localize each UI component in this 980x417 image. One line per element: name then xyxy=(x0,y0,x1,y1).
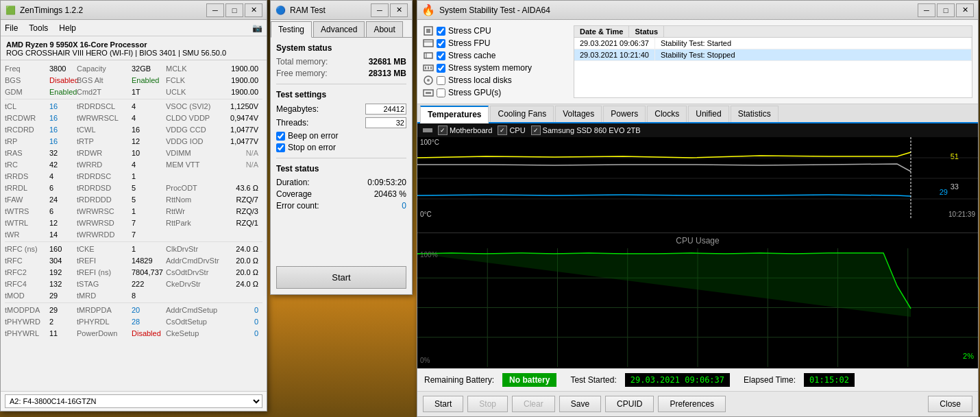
zen-profile-select[interactable]: A2: F4-3800C14-16GTZN xyxy=(5,394,262,408)
test-status-title: Test status xyxy=(276,164,406,174)
ram-title-bar[interactable]: 🔵 RAM Test ─ ✕ xyxy=(271,1,412,20)
stress-cache-checkbox[interactable] xyxy=(437,51,445,60)
aida-preferences-btn[interactable]: Preferences xyxy=(658,396,726,412)
coverage-row: Coverage 20463 % xyxy=(276,189,406,199)
aida-minimize-btn[interactable]: ─ xyxy=(918,3,935,17)
aida64-window: 🔥 System Stability Test - AIDA64 ─ □ ✕ S… xyxy=(417,0,979,417)
tab-powers[interactable]: Powers xyxy=(603,106,646,122)
temp-chart-svg xyxy=(417,137,978,219)
zen-timings-window: 🟩 ZenTimings 1.2.2 ─ □ ✕ File Tools Help… xyxy=(0,0,267,412)
stress-gpu-row: Stress GPU(s) xyxy=(423,87,560,98)
stress-memory-row: Stress system memory xyxy=(423,62,560,73)
table-row: tRRDL 6 tRDRDSD 5 ProcODT 43.6 Ω xyxy=(5,182,262,193)
tab-clocks[interactable]: Clocks xyxy=(647,106,687,122)
svg-rect-4 xyxy=(424,53,432,58)
test-started-label: Test Started: xyxy=(570,375,616,385)
table-row: tRFC4 132 tSTAG 222 CkeDrvStr 24.0 Ω xyxy=(5,278,262,289)
stress-gpu-checkbox[interactable] xyxy=(437,88,445,97)
tab-cooling-fans[interactable]: Cooling Fans xyxy=(490,106,554,122)
cpu-y-max: 100% xyxy=(420,251,438,259)
ram-start-button[interactable]: Start xyxy=(276,266,406,289)
zen-title-bar[interactable]: 🟩 ZenTimings 1.2.2 ─ □ ✕ xyxy=(1,1,267,20)
log-row-2[interactable]: 29.03.2021 10:21:40 Stability Test: Stop… xyxy=(574,49,972,61)
log-header: Date & Time Status xyxy=(574,26,972,38)
threads-row: Threads: xyxy=(276,117,406,128)
aida-cpuid-btn[interactable]: CPUID xyxy=(605,396,654,412)
cpu-icon xyxy=(423,25,434,36)
test-started-value: 29.03.2021 09:06:37 xyxy=(625,373,730,387)
zen-maximize-btn[interactable]: □ xyxy=(225,3,243,17)
zen-minimize-btn[interactable]: ─ xyxy=(206,3,224,17)
log-datetime-1: 29.03.2021 09:06:37 xyxy=(574,38,655,49)
stress-disks-checkbox[interactable] xyxy=(437,76,445,85)
stress-fpu-checkbox[interactable] xyxy=(437,39,445,48)
legend-ssd: ✓ Samsung SSD 860 EVO 2TB xyxy=(531,126,641,135)
tab-testing[interactable]: Testing xyxy=(271,21,312,38)
ram-title-text: RAM Test xyxy=(290,5,371,15)
elapsed-label: Elapsed Time: xyxy=(744,375,796,385)
coverage-label: Coverage xyxy=(276,189,312,199)
zen-menu-file[interactable]: File xyxy=(5,23,18,33)
cache-icon xyxy=(423,50,434,61)
legend-cpu: ✓ CPU xyxy=(498,126,525,135)
table-row: tWTRL 12 tWRWRSD 7 RttPark RZQ/1 xyxy=(5,217,262,228)
aida-clear-btn[interactable]: Clear xyxy=(512,396,555,412)
svg-rect-13 xyxy=(426,92,431,94)
aida-start-btn[interactable]: Start xyxy=(423,396,463,412)
ram-minimize-btn[interactable]: ─ xyxy=(371,3,389,17)
stress-cpu-checkbox[interactable] xyxy=(437,27,445,36)
zen-cpu-name: AMD Ryzen 9 5950X 16-Core Processor xyxy=(6,40,261,49)
gpu-icon xyxy=(423,87,434,98)
table-row: tMOD 29 tMRD 8 xyxy=(5,290,262,301)
cpu-usage-chart: CPU Usage 100% 0% 2% xyxy=(417,233,978,368)
zen-menu-help[interactable]: Help xyxy=(59,23,76,33)
aida-stop-btn[interactable]: Stop xyxy=(467,396,508,412)
stress-memory-checkbox[interactable] xyxy=(437,64,445,73)
megabytes-input[interactable] xyxy=(365,104,406,115)
aida-title-icon: 🔥 xyxy=(421,3,435,16)
svg-rect-8 xyxy=(428,67,429,69)
aida-charts-area: ✓ Motherboard ✓ CPU ✓ Samsung SSD 860 EV… xyxy=(417,123,978,368)
ram-close-btn[interactable]: ✕ xyxy=(390,3,408,17)
tab-statistics[interactable]: Statistics xyxy=(731,106,779,122)
beep-on-error-checkbox[interactable] xyxy=(276,132,285,141)
ram-window-controls: ─ ✕ xyxy=(371,3,408,17)
free-memory-row: Free memory: 28313 MB xyxy=(276,69,406,78)
log-status-2: Stability Test: Stopped xyxy=(655,49,972,60)
zen-menu-tools[interactable]: Tools xyxy=(29,23,48,33)
ram-test-window: 🔵 RAM Test ─ ✕ Testing Advanced About Sy… xyxy=(270,0,413,295)
system-status-title: System status xyxy=(276,43,406,53)
legend-ssd-label: Samsung SSD 860 EVO 2TB xyxy=(543,126,641,134)
tab-unified[interactable]: Unified xyxy=(688,106,728,122)
threads-input[interactable] xyxy=(365,117,406,128)
tab-advanced[interactable]: Advanced xyxy=(313,21,365,37)
table-row: tRFC2 192 tREFI (ns) 7804,737 CsOdtDrvSt… xyxy=(5,267,262,278)
tab-voltages[interactable]: Voltages xyxy=(555,106,602,122)
aida-close-btn[interactable]: ✕ xyxy=(956,3,974,17)
table-row: tRCDWR 16 tWRWRSCL 4 CLDO VDDP 0,9474V xyxy=(5,112,262,123)
table-row: GDM Enabled Cmd2T 1T UCLK 1900.00 xyxy=(5,86,262,97)
tab-about[interactable]: About xyxy=(366,21,402,37)
log-row-1[interactable]: 29.03.2021 09:06:37 Stability Test: Star… xyxy=(574,38,972,49)
coverage-value: 20463 % xyxy=(374,189,406,199)
zen-close-btn[interactable]: ✕ xyxy=(245,3,262,17)
battery-value: No battery xyxy=(502,373,556,387)
aida-maximize-btn[interactable]: □ xyxy=(937,3,955,17)
cpu-chart-title: CPU Usage xyxy=(417,233,978,248)
aida-title-bar[interactable]: 🔥 System Stability Test - AIDA64 ─ □ ✕ xyxy=(417,1,978,20)
cpu-y-min: 0% xyxy=(420,357,430,364)
stress-disks-label: Stress local disks xyxy=(448,75,512,85)
aida-action-bar: Start Stop Clear Save CPUID Preferences … xyxy=(417,391,978,416)
aida-title-text: System Stability Test - AIDA64 xyxy=(439,5,918,15)
zen-cpu-info: AMD Ryzen 9 5950X 16-Core Processor ROG … xyxy=(1,36,267,60)
stop-on-error-checkbox[interactable] xyxy=(276,143,285,152)
aida-close-btn-bar[interactable]: Close xyxy=(928,396,972,412)
tab-temperatures[interactable]: Temperatures xyxy=(420,106,489,123)
zen-menubar: File Tools Help 📷 xyxy=(1,20,267,36)
stress-disks-row: Stress local disks xyxy=(423,75,560,86)
zen-camera-btn[interactable]: 📷 xyxy=(252,23,262,33)
zen-table: Freq 3800 Capacity 32GB MCLK 1900.00 BGS… xyxy=(1,60,267,391)
disk-icon xyxy=(423,75,434,86)
aida-save-btn[interactable]: Save xyxy=(559,396,601,412)
zen-title-text: ZenTimings 1.2.2 xyxy=(20,5,206,15)
